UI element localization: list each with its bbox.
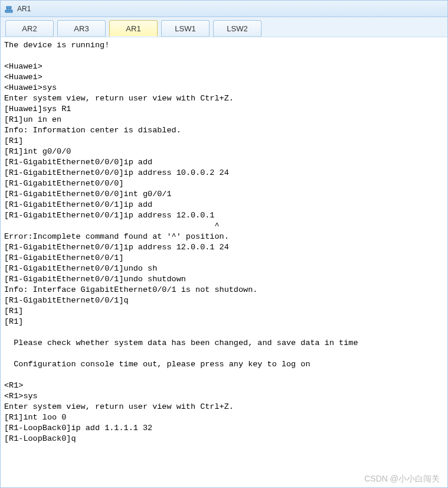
tab-ar3[interactable]: AR3	[57, 20, 106, 37]
app-icon	[4, 4, 14, 14]
window-title: AR1	[17, 5, 31, 13]
tabbar: AR2 AR3 AR1 LSW1 LSW2	[1, 17, 447, 37]
tab-ar2[interactable]: AR2	[5, 20, 54, 37]
tab-ar1[interactable]: AR1	[109, 20, 158, 37]
titlebar: AR1	[1, 1, 447, 17]
console-output[interactable]: The device is running! <Huawei> <Huawei>…	[1, 37, 447, 487]
tab-lsw2[interactable]: LSW2	[213, 20, 261, 37]
tab-lsw1[interactable]: LSW1	[161, 20, 210, 37]
